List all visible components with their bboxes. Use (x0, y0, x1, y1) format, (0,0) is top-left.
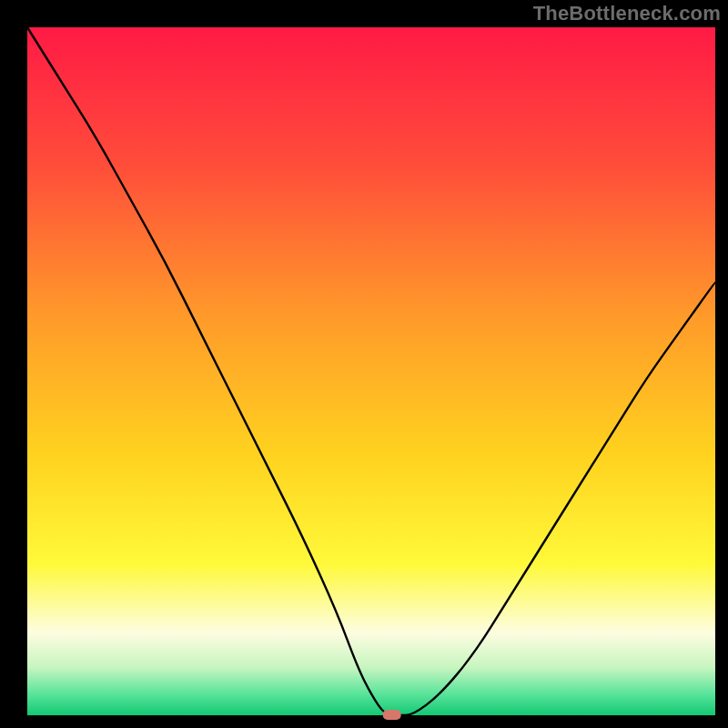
chart-background (27, 27, 715, 715)
bottleneck-chart (0, 0, 728, 728)
chart-container: TheBottleneck.com (0, 0, 728, 728)
watermark-label: TheBottleneck.com (533, 2, 721, 25)
minimum-marker (383, 710, 401, 720)
